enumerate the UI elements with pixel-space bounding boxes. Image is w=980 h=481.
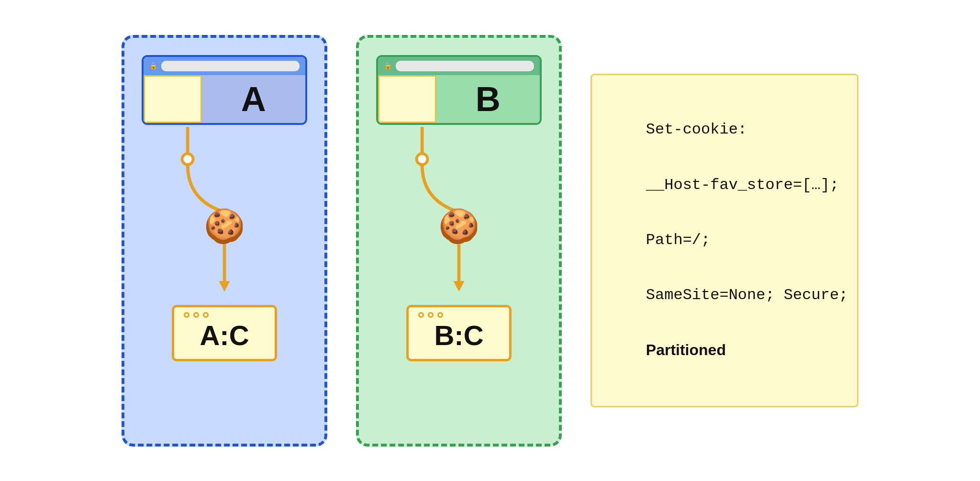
storage-dot-3 xyxy=(203,312,209,318)
storage-box-b: B:C xyxy=(406,305,512,361)
storage-dot-b1 xyxy=(418,312,424,318)
code-line-2: __Host-fav_store=[…]; xyxy=(646,176,839,194)
svg-point-1 xyxy=(182,153,193,164)
browser-content-b: B xyxy=(378,75,540,123)
browser-sidebar-b xyxy=(378,75,436,123)
scene: 🔒 A 🍪 xyxy=(102,16,878,466)
browser-content-a: A xyxy=(144,75,305,123)
urlbar-a xyxy=(161,61,300,71)
svg-marker-2 xyxy=(219,281,230,291)
lock-icon-a: 🔒 xyxy=(149,62,157,70)
storage-dots-a xyxy=(184,312,265,318)
svg-marker-5 xyxy=(453,281,464,291)
cookie-a: 🍪 xyxy=(204,206,245,247)
code-block: Set-cookie: __Host-fav_store=[…]; Path=/… xyxy=(590,74,858,408)
partition-a: 🔒 A 🍪 xyxy=(122,35,327,447)
browser-titlebar-b: 🔒 xyxy=(378,57,540,75)
code-line-1: Set-cookie: xyxy=(646,121,747,138)
browser-window-b: 🔒 B xyxy=(376,55,542,125)
browser-titlebar-a: 🔒 xyxy=(144,57,305,75)
storage-dot-b2 xyxy=(428,312,434,318)
flow-svg-a: 🍪 xyxy=(142,123,307,324)
flow-svg-b: 🍪 xyxy=(376,123,542,324)
storage-label-b: B:C xyxy=(434,320,483,351)
browser-window-a: 🔒 A xyxy=(142,55,307,125)
code-line-partitioned: Partitioned xyxy=(646,341,726,358)
storage-dot-b3 xyxy=(437,312,443,318)
urlbar-b xyxy=(396,61,534,71)
svg-point-4 xyxy=(417,153,428,164)
browser-main-b: B xyxy=(436,75,540,123)
cookie-b: 🍪 xyxy=(438,206,480,247)
browser-main-a: A xyxy=(202,75,305,123)
storage-dot-1 xyxy=(184,312,189,318)
storage-dot-2 xyxy=(193,312,199,318)
code-line-3: Path=/; xyxy=(646,231,710,249)
storage-label-a: A:C xyxy=(200,320,249,351)
browser-sidebar-a xyxy=(144,75,202,123)
partition-b: 🔒 B 🍪 xyxy=(356,35,562,447)
site-label-b: B xyxy=(476,79,501,119)
storage-dots-b xyxy=(418,312,500,318)
site-label-a: A xyxy=(241,79,266,119)
code-line-4: SameSite=None; Secure; xyxy=(646,286,848,304)
lock-icon-b: 🔒 xyxy=(384,62,392,70)
storage-box-a: A:C xyxy=(172,305,277,361)
